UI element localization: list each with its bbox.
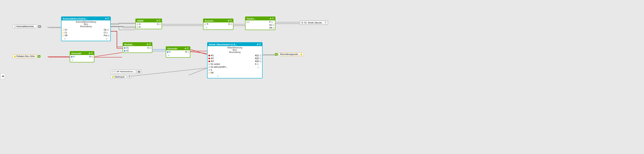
oder-title: ODER bbox=[137, 20, 144, 22]
ganzzahl2-info-icon[interactable]: ⓘ bbox=[91, 52, 93, 55]
oder-gear-icon[interactable]: ⚙ bbox=[156, 20, 158, 22]
port-p-label: P bbox=[269, 21, 271, 23]
port-s2-setcurrent-dot bbox=[208, 66, 210, 68]
port-o-oder: O bbox=[156, 23, 162, 26]
port-s-sende-dot bbox=[208, 69, 210, 71]
nav-arrow[interactable]: ◄ bbox=[0, 73, 5, 79]
ganzzahl1-gear-icon[interactable]: ⚙ bbox=[184, 48, 186, 50]
sende-add-port[interactable]: + bbox=[208, 74, 228, 78]
svg-line-11 bbox=[189, 68, 208, 75]
ganzzahl2-node: Ganzzahl ⚙ ⓘ V + R bbox=[70, 51, 94, 62]
aussch-gear-icon[interactable]: ⚙ bbox=[228, 20, 229, 22]
off-flanke-expand[interactable]: ⊞ bbox=[137, 69, 141, 74]
expand-icon[interactable]: ⊞ bbox=[301, 21, 303, 24]
port-co: Co bbox=[62, 28, 68, 31]
port-aq3-label: AQ3 bbox=[255, 60, 259, 62]
port-pos-label: Pos bbox=[104, 34, 107, 37]
port-cl-dot bbox=[106, 32, 108, 34]
port-i2: I2 bbox=[136, 26, 141, 28]
automatik-add-port[interactable]: + bbox=[62, 37, 68, 40]
ganzzahl2-header: Ganzzahl ⚙ ⓘ bbox=[70, 51, 94, 55]
port-v2-dot bbox=[124, 50, 126, 52]
ganzzahl2-ports-left: V + bbox=[70, 55, 76, 61]
port-pos: Pos bbox=[103, 34, 110, 37]
port-s1-control-label: S1 control bbox=[211, 63, 220, 65]
ganzzahl2-gear-icon[interactable]: ⚙ bbox=[88, 52, 90, 54]
port-v1-label: V1 bbox=[126, 47, 128, 49]
port-aq2-dot bbox=[260, 58, 261, 59]
ganzzahl1-add-port[interactable]: + bbox=[166, 53, 172, 57]
port-co-dot bbox=[62, 29, 64, 31]
automatik-subtitle1: Automatikbeschattung bbox=[63, 21, 109, 23]
automatik-oval: Automatikbeschatu... bbox=[12, 25, 37, 28]
aussch-ports-left: Tr + bbox=[204, 23, 209, 29]
port-v-ganzzahl1-label: V bbox=[169, 51, 171, 53]
ganzzahl1-ports: V + R bbox=[166, 50, 190, 57]
flanke-ports: I P On Off bbox=[246, 20, 275, 30]
port-r-ganzzahl2: R bbox=[88, 55, 94, 58]
ganzzahl1-info-icon[interactable]: ⓘ bbox=[187, 47, 189, 50]
aussch-add-port[interactable]: + bbox=[204, 26, 209, 29]
port-s-right-dot bbox=[257, 63, 259, 65]
port-s2-setcurrent-label: S2 setCurrentPo... bbox=[211, 66, 228, 68]
multipli-node: Multipli... ⚙ ⓘ V1 V2 O bbox=[123, 42, 152, 53]
oder-info-icon[interactable]: ⓘ bbox=[158, 19, 160, 22]
svg-line-21 bbox=[191, 49, 207, 55]
aussch-node: Aussch... ⚙ ⓘ Tr + O bbox=[203, 19, 234, 30]
sende-ports: AI1 AI2 AI3 S1 control S2 setCurrentPo..… bbox=[208, 54, 262, 78]
multipli-gear-icon[interactable]: ⚙ bbox=[147, 43, 148, 45]
port-aq3-dot bbox=[260, 60, 261, 62]
port-ai3-dot bbox=[208, 60, 210, 62]
port-o-aussch-dot bbox=[230, 24, 232, 25]
startimpuls-oval: Startimpuls bbox=[110, 75, 126, 79]
port-v-ganzzahl2: V bbox=[70, 55, 76, 58]
rolladen-oval: Rolladen Büro Höhe bbox=[12, 55, 37, 58]
off-flanke-info-icon[interactable]: ⓘ bbox=[114, 70, 116, 73]
flanke-gear-icon[interactable]: ⚙ bbox=[270, 18, 271, 20]
automatik-oval-label: Automatikbeschatu... bbox=[16, 25, 36, 28]
port-off-label: Off bbox=[64, 34, 67, 37]
automatik-oval-port bbox=[14, 26, 16, 27]
port-ai3-label: AI3 bbox=[211, 60, 214, 62]
port-ai1-label: AI1 bbox=[211, 54, 214, 57]
port-s-right: S bbox=[254, 63, 262, 65]
automatik-add-port-right[interactable]: + bbox=[103, 37, 110, 40]
multipli-header: Multipli... ⚙ ⓘ bbox=[123, 43, 152, 46]
automatik-ports-right: Op Cl Pos + bbox=[103, 28, 110, 40]
svg-line-19 bbox=[95, 52, 122, 57]
sende-add-port-right[interactable]: + bbox=[254, 66, 262, 69]
startimpuls-dot bbox=[112, 76, 114, 78]
port-i1-dot bbox=[136, 24, 138, 25]
port-off-sende: Off bbox=[208, 71, 228, 74]
automatik-node: Automatikbeschattun... ⚙ ⓘ Automatikbesc… bbox=[61, 17, 111, 41]
sende-gear-icon[interactable]: ⚙ bbox=[257, 43, 258, 45]
sende-node: Sende Jalousiewert zu A... ⚙ ⓘ Ablaufste… bbox=[207, 42, 262, 79]
rolladen-oval-label: Rolladen Büro Höhe bbox=[16, 55, 35, 57]
off-flanke-label: Off: Flankenerkennu... bbox=[116, 71, 135, 73]
sende-subtitle2: Büro bbox=[209, 49, 261, 51]
port-v-ganzzahl2-label: V bbox=[73, 56, 75, 58]
beschattung-out-dot bbox=[300, 53, 302, 55]
aussch-info-icon[interactable]: ⓘ bbox=[230, 19, 232, 22]
automatik-ports: Co Cc Off + Op Cl bbox=[62, 28, 110, 41]
ganzzahl2-add-port[interactable]: + bbox=[70, 58, 76, 61]
port-o-multipli-label: O bbox=[147, 47, 149, 49]
multipli-info-icon[interactable]: ⓘ bbox=[149, 43, 151, 46]
port-aq1: AQ1 bbox=[254, 54, 262, 57]
s1-sende-label: S1: Sende Jalousie... bbox=[304, 22, 324, 24]
port-tr: Tr bbox=[204, 23, 209, 26]
port-r-ganzzahl1-dot bbox=[188, 51, 189, 53]
port-v2-label: V2 bbox=[126, 50, 128, 52]
s1-sende-info[interactable]: ⓘ bbox=[324, 21, 326, 24]
automatik-info-icon[interactable]: ⓘ bbox=[107, 17, 109, 20]
aussch-ports-right: O bbox=[228, 23, 233, 29]
automatik-gear-icon[interactable]: ⚙ bbox=[105, 18, 107, 20]
port-off-flanke-label: Off bbox=[269, 27, 272, 29]
port-s-sende-label: S bbox=[211, 69, 212, 71]
flanke-info-icon[interactable]: ⓘ bbox=[272, 17, 274, 20]
sende-info-icon[interactable]: ⓘ bbox=[259, 43, 261, 46]
port-i-flanke: I bbox=[246, 21, 250, 24]
port-p-dot bbox=[271, 21, 273, 23]
beschattung-label: Beschattungspostio... bbox=[280, 53, 300, 55]
ganzzahl1-node: Ganzzahl ⚙ ⓘ V + R bbox=[166, 46, 190, 58]
